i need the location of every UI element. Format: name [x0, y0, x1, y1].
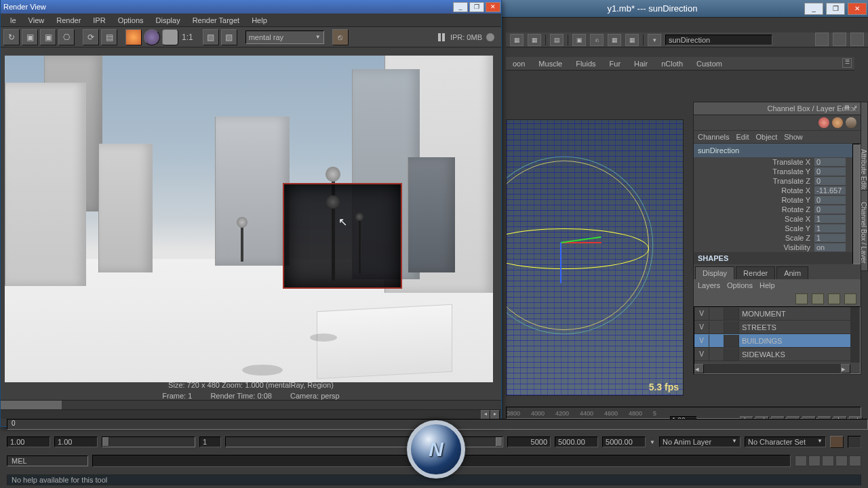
select-by-name-icon[interactable]: ▾: [648, 34, 661, 46]
z-axis-icon[interactable]: [560, 243, 561, 283]
perspective-viewport[interactable]: 5.3 fps: [506, 119, 684, 396]
scrollbar-horizontal[interactable]: ◂▸: [694, 364, 850, 373]
toolbar-icon[interactable]: ▦: [528, 34, 541, 46]
menu-help[interactable]: Help: [760, 281, 775, 289]
alpha-channel-button[interactable]: [144, 29, 160, 45]
keep-image-button[interactable]: ▧: [203, 29, 219, 45]
layer-button-icon[interactable]: [828, 293, 840, 304]
autokey-button[interactable]: [830, 436, 844, 448]
scroll-left-icon[interactable]: ◂: [694, 364, 704, 373]
range-start-outer[interactable]: [7, 436, 50, 447]
menu-channels[interactable]: Channels: [698, 133, 729, 141]
layer-visibility-toggle[interactable]: V: [694, 321, 709, 333]
channel-attr-row[interactable]: Scale X1: [694, 214, 852, 224]
shelf-tab[interactable]: nCloth: [654, 58, 690, 69]
cmd-button-icon[interactable]: [835, 455, 848, 466]
toggle-tool-settings-icon[interactable]: [833, 33, 846, 46]
menu-display[interactable]: Display: [151, 15, 186, 26]
channel-attr-row[interactable]: Rotate Y0: [694, 195, 852, 205]
channel-attr-row[interactable]: Translate X0: [694, 157, 852, 167]
layer-playback-toggle[interactable]: [709, 335, 724, 347]
ipr-button[interactable]: ⎔: [58, 29, 75, 45]
menu-render-target[interactable]: Render Target: [187, 15, 245, 26]
shelf-tab[interactable]: Fur: [603, 58, 628, 69]
render-region-marquee[interactable]: [283, 183, 402, 289]
render-view-titlebar[interactable]: Render View _ ❐ ✕: [1, 0, 501, 14]
layer-visibility-toggle[interactable]: V: [694, 335, 709, 347]
toggle-attribute-editor-icon[interactable]: [815, 33, 829, 46]
panel-close-icon[interactable]: ✕: [852, 104, 859, 111]
menu-view[interactable]: View: [23, 15, 50, 26]
current-frame-field[interactable]: [199, 436, 221, 447]
attr-value[interactable]: on: [814, 243, 846, 251]
toolbar-icon[interactable]: ▦: [510, 34, 524, 46]
layer-row[interactable]: VSIDEWALKS: [694, 348, 860, 361]
minimize-button[interactable]: _: [804, 3, 823, 15]
toggle-channelbox-icon[interactable]: [850, 33, 864, 46]
layer-tab-anim[interactable]: Anim: [776, 266, 808, 279]
remove-image-button[interactable]: ▧: [221, 29, 237, 45]
shelf-tab[interactable]: oon: [506, 58, 532, 69]
attr-value[interactable]: 1: [814, 234, 846, 242]
layer-row[interactable]: VSTREETS: [694, 321, 860, 334]
channel-attr-row[interactable]: Rotate X-11.657: [694, 186, 852, 195]
menu-options[interactable]: Options: [113, 15, 149, 26]
layer-row[interactable]: VBUILDINGS: [694, 334, 860, 348]
shelf-tab[interactable]: Fluids: [569, 58, 602, 69]
manipulator-icon[interactable]: [818, 117, 829, 128]
channel-attr-row[interactable]: Translate Z0: [694, 176, 852, 186]
attr-value[interactable]: 1: [814, 224, 846, 232]
snapshot-button[interactable]: ▣: [40, 29, 56, 45]
range-end-inner[interactable]: [507, 436, 551, 447]
layer-playback-toggle[interactable]: [709, 348, 724, 361]
manipulator-icon[interactable]: [846, 117, 856, 128]
selected-object-name[interactable]: sunDirection: [694, 144, 852, 157]
redo-render-button[interactable]: ↻: [3, 29, 20, 45]
layer-visibility-toggle[interactable]: V: [694, 348, 709, 361]
menu-show[interactable]: Show: [784, 133, 803, 141]
command-language-label[interactable]: MEL: [7, 455, 88, 466]
menu-edit[interactable]: Edit: [736, 133, 749, 141]
close-button[interactable]: ✕: [486, 2, 500, 12]
render-canvas[interactable]: ↖ Size: 720 x 480 Zoom: 1.000 (mentalRay…: [1, 47, 501, 400]
range-end-max[interactable]: [602, 436, 646, 447]
toolbar-icon[interactable]: ⎌: [590, 34, 604, 46]
layer-button-icon[interactable]: [812, 293, 824, 304]
attr-value[interactable]: 0: [814, 167, 846, 176]
shelf-close-icon[interactable]: ☰: [842, 58, 852, 68]
layer-tab-render[interactable]: Render: [736, 266, 775, 279]
layer-row[interactable]: VMONUMENT: [694, 307, 860, 321]
menu-object[interactable]: Object: [755, 133, 777, 141]
menu-help[interactable]: Help: [246, 15, 273, 26]
attr-value[interactable]: 0: [814, 158, 846, 166]
render-snapshot-strip[interactable]: [1, 400, 501, 409]
cmd-button-icon[interactable]: [808, 455, 821, 466]
script-editor-button[interactable]: [849, 455, 861, 466]
channel-attr-row[interactable]: Scale Z1: [694, 233, 852, 243]
attr-value[interactable]: 0: [814, 177, 846, 185]
menu-ipr[interactable]: IPR: [87, 15, 111, 26]
toolbar-icon[interactable]: ▣: [572, 34, 586, 46]
layer-color-swatch[interactable]: [724, 335, 739, 347]
menu-file[interactable]: le: [5, 15, 22, 26]
channel-attr-row[interactable]: Visibilityon: [694, 243, 852, 252]
shelf-tab[interactable]: Hair: [627, 58, 654, 69]
minimize-button[interactable]: _: [453, 2, 468, 12]
range-slider[interactable]: [102, 436, 195, 447]
pause-icon[interactable]: [438, 33, 446, 41]
channel-attr-row[interactable]: Scale Y1: [694, 224, 852, 233]
layer-color-swatch[interactable]: [724, 321, 739, 333]
scroll-left-icon[interactable]: ◂: [481, 410, 490, 420]
render-settings-button[interactable]: ▤: [101, 29, 117, 45]
anim-layer-selector[interactable]: No Anim Layer▼: [659, 436, 741, 447]
render-view-scrollbar[interactable]: ◂ ▸: [1, 409, 501, 419]
command-input[interactable]: [665, 35, 772, 45]
attr-value[interactable]: 0: [814, 196, 846, 204]
scroll-right-icon[interactable]: ▸: [841, 364, 850, 373]
toolbar-icon[interactable]: ▤: [550, 34, 564, 46]
layer-button-icon[interactable]: [795, 293, 808, 304]
channel-attr-row[interactable]: Translate Y0: [694, 167, 852, 176]
cmd-button-icon[interactable]: [795, 455, 807, 466]
layer-color-swatch[interactable]: [724, 308, 739, 320]
channel-attr-row[interactable]: Rotate Z0: [694, 205, 852, 214]
